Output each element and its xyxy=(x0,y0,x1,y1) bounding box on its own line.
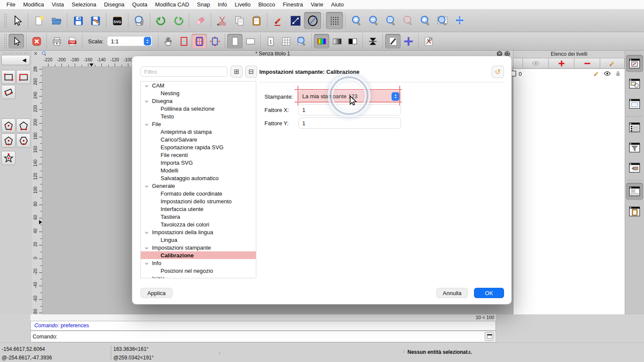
print-preview-icon[interactable] xyxy=(131,12,148,29)
plus-red-icon[interactable] xyxy=(549,58,574,68)
stepper-icon[interactable] xyxy=(144,37,151,45)
close-red-icon[interactable] xyxy=(29,34,44,48)
toolbar-drag-handle[interactable] xyxy=(4,34,7,48)
hexagon-icon[interactable] xyxy=(16,133,30,148)
palette-drag-handle[interactable] xyxy=(3,52,30,54)
stepper-icon[interactable] xyxy=(392,92,399,101)
menu-disegna[interactable]: Disegna xyxy=(100,0,128,9)
view-list-panel-icon[interactable] xyxy=(626,95,643,112)
clipboard-panel-icon[interactable] xyxy=(626,203,643,220)
tree-item-cam[interactable]: CAM xyxy=(141,81,256,89)
tree-item-modelli[interactable]: Modelli xyxy=(141,166,256,174)
fit-page-icon[interactable] xyxy=(207,34,222,48)
menu-blocco[interactable]: Blocco xyxy=(255,0,279,9)
tree-item-file[interactable]: File xyxy=(141,120,256,128)
menu-modifica[interactable]: Modifica xyxy=(19,0,48,9)
cancel-button[interactable]: Annulla xyxy=(436,288,468,298)
tree-item-esportazione-rapida-svg[interactable]: Esportazione rapida SVG xyxy=(141,143,256,151)
zoom-page-icon[interactable] xyxy=(294,34,309,48)
pan-zoom-icon[interactable] xyxy=(451,12,468,29)
compress-icon[interactable] xyxy=(365,34,380,48)
filter-input[interactable] xyxy=(140,66,228,77)
svg-export-icon[interactable]: SVG xyxy=(109,12,126,29)
cut-icon[interactable] xyxy=(213,12,231,29)
menu-finestra[interactable]: Finestra xyxy=(279,0,307,9)
portrait-page-icon[interactable] xyxy=(227,34,243,48)
chevron-down-icon[interactable] xyxy=(144,83,149,90)
tree-item-tastiera[interactable]: Tastiera xyxy=(141,213,256,220)
chevron-down-icon[interactable] xyxy=(144,276,149,278)
tree-item-file-recenti[interactable]: File recenti xyxy=(141,151,256,159)
selection-arrow-icon[interactable] xyxy=(9,34,24,48)
zoom-out-icon[interactable] xyxy=(365,12,382,29)
tree-item-importa-svg[interactable]: Importa SVG xyxy=(141,159,256,166)
tree-item-impostazioni-dello-strumento[interactable]: Impostazioni dello strumento xyxy=(141,197,256,205)
grid-dots-icon[interactable] xyxy=(326,12,343,29)
layer-list-panel-icon[interactable] xyxy=(626,55,643,72)
chevron-down-icon[interactable] xyxy=(144,230,149,236)
zoom-auto-icon[interactable] xyxy=(382,12,399,29)
tree-item-generale[interactable]: Generale xyxy=(141,182,256,190)
menu-seleziona[interactable]: Seleziona xyxy=(68,0,100,9)
redo-icon[interactable] xyxy=(170,12,187,29)
color-bw-icon[interactable] xyxy=(345,34,360,48)
pencil-icon[interactable] xyxy=(592,69,601,79)
multi-page-icon[interactable] xyxy=(278,34,294,48)
tree-item-calibrazione[interactable]: Calibrazione xyxy=(141,251,256,259)
save-icon[interactable] xyxy=(70,12,87,29)
zoom-previous-icon[interactable] xyxy=(416,12,434,29)
polygon-center-edge-icon[interactable] xyxy=(1,133,15,148)
crosshair-plus-icon[interactable] xyxy=(401,34,416,48)
factor-y-field[interactable]: 1 xyxy=(298,118,401,129)
zoom-in-icon[interactable] xyxy=(348,12,365,29)
menu-livello[interactable]: Livello xyxy=(231,0,255,9)
chevron-down-icon[interactable] xyxy=(144,122,149,128)
polygon-center-vertex-icon[interactable] xyxy=(1,118,15,133)
command-line-panel-icon[interactable] xyxy=(626,183,643,200)
toolbar-drag-handle[interactable] xyxy=(4,13,7,28)
block-list-panel-icon[interactable] xyxy=(626,75,643,92)
tree-item-tavolozza-dei-colori[interactable]: Tavolozza dei colori xyxy=(141,220,256,228)
chevron-down-icon[interactable] xyxy=(144,245,149,252)
zoom-window-icon[interactable] xyxy=(434,12,451,29)
chevron-down-icon[interactable] xyxy=(144,184,149,190)
minus-red-icon[interactable] xyxy=(574,58,600,68)
menu-file[interactable]: File xyxy=(3,0,19,9)
back-button[interactable]: ◀ xyxy=(1,55,30,65)
command-window-toggle-button[interactable] xyxy=(485,332,494,341)
polygon-2vertices-icon[interactable] xyxy=(16,118,30,133)
apply-button[interactable]: Applica xyxy=(140,288,173,298)
ok-button[interactable]: OK xyxy=(474,288,504,298)
draw-pencil-icon[interactable] xyxy=(270,12,287,29)
menu-varie[interactable]: Varie xyxy=(307,0,327,9)
library-browser-panel-icon[interactable] xyxy=(626,159,643,176)
open-file-icon[interactable] xyxy=(48,12,65,29)
save-as-icon[interactable] xyxy=(87,12,104,29)
undo-icon[interactable] xyxy=(152,12,170,29)
scale-combobox[interactable]: 1:1 xyxy=(107,36,152,46)
tree-item-inizio[interactable]: Inizio xyxy=(141,275,256,278)
command-input[interactable] xyxy=(58,331,485,342)
tree-item-anteprima-di-stampa[interactable]: Anteprima di stampa xyxy=(141,128,256,136)
eye-icon[interactable] xyxy=(603,69,611,79)
star-icon[interactable] xyxy=(1,151,15,165)
layer-row[interactable]: 0 xyxy=(513,69,625,78)
collapse-all-button[interactable]: ⊟ xyxy=(245,66,257,78)
tree-item-carico-salvare[interactable]: Carico/Salvare xyxy=(141,136,256,143)
selection-filter-panel-icon[interactable] xyxy=(626,139,643,156)
paste-icon[interactable] xyxy=(248,12,265,29)
page-border-icon[interactable] xyxy=(176,34,191,48)
tree-item-testo[interactable]: Testo xyxy=(141,112,256,120)
tree-item-info[interactable]: Info xyxy=(141,259,256,267)
pencil-icon[interactable] xyxy=(600,58,625,68)
eye-gray-icon[interactable] xyxy=(523,58,549,68)
tree-item-nesting[interactable]: Nesting xyxy=(141,89,256,97)
tree-item-posizioni-nel-negozio[interactable]: Posizioni nel negozio xyxy=(141,267,256,275)
page-grid-icon[interactable] xyxy=(191,34,207,48)
menu-modifica-cad[interactable]: Modifica CAD xyxy=(151,0,193,9)
property-editor-panel-icon[interactable] xyxy=(626,119,643,136)
tree-item-interfaccia-utente[interactable]: Interfaccia utente xyxy=(141,205,256,213)
tree-item-salvataggio-automatico[interactable]: Salvataggio automatico xyxy=(141,174,256,182)
tree-item-impostazioni-stampante[interactable]: Impostazioni stampante xyxy=(141,244,256,251)
reset-defaults-button[interactable]: ↺ xyxy=(492,66,504,78)
